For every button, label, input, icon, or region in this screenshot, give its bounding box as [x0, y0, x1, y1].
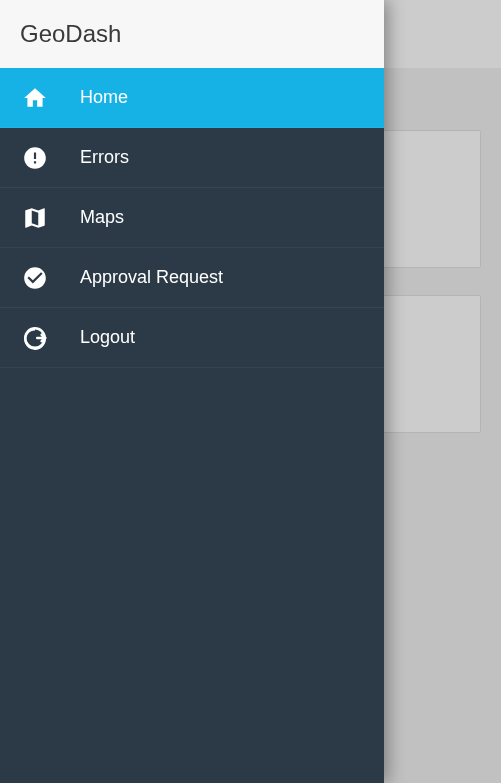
sidebar-item-maps[interactable]: Maps	[0, 188, 384, 248]
navigation-drawer: GeoDash Home Errors Maps Approval Reques…	[0, 0, 384, 783]
sidebar-item-label: Logout	[80, 327, 135, 348]
drawer-header: GeoDash	[0, 0, 384, 68]
sidebar-item-errors[interactable]: Errors	[0, 128, 384, 188]
home-icon	[22, 85, 48, 111]
app-title: GeoDash	[20, 20, 121, 48]
sidebar-item-label: Maps	[80, 207, 124, 228]
sidebar-item-label: Home	[80, 87, 128, 108]
sidebar-item-label: Errors	[80, 147, 129, 168]
logout-icon	[22, 325, 48, 351]
sidebar-item-home[interactable]: Home	[0, 68, 384, 128]
error-icon	[22, 145, 48, 171]
map-icon	[22, 205, 48, 231]
sidebar-item-label: Approval Request	[80, 267, 223, 288]
check-circle-icon	[22, 265, 48, 291]
sidebar-item-logout[interactable]: Logout	[0, 308, 384, 368]
sidebar-item-approval-request[interactable]: Approval Request	[0, 248, 384, 308]
